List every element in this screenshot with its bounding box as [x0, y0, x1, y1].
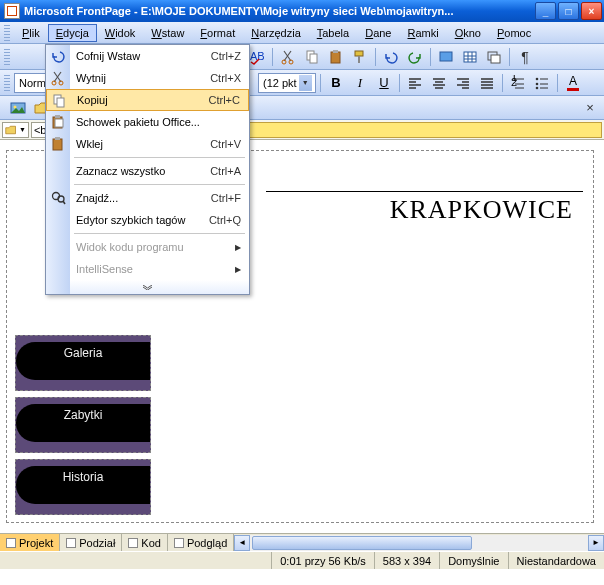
toolbar-handle[interactable] — [4, 49, 10, 65]
cut-button[interactable] — [277, 46, 299, 68]
tab-podzial[interactable]: Podział — [60, 534, 122, 551]
align-left-button[interactable] — [404, 72, 426, 94]
svg-rect-9 — [440, 52, 452, 61]
svg-rect-5 — [331, 52, 340, 63]
tab-projekt[interactable]: Projekt — [0, 534, 60, 551]
tab-podglad[interactable]: Podgląd — [168, 534, 234, 551]
code-icon — [128, 538, 138, 548]
svg-rect-4 — [310, 54, 317, 63]
toolbar-handle[interactable] — [4, 25, 10, 41]
clipboard-icon — [49, 113, 67, 131]
edit-menu-dropdown: Cofnij WstawCtrl+ZWytnijCtrl+XKopiujCtrl… — [45, 44, 250, 295]
menu-dane[interactable]: Dane — [357, 24, 399, 42]
menu-item[interactable]: Zaznacz wszystkoCtrl+A — [46, 160, 249, 182]
menu-item[interactable]: KopiujCtrl+C — [46, 89, 249, 111]
italic-button[interactable]: I — [349, 72, 371, 94]
bold-button[interactable]: B — [325, 72, 347, 94]
menu-tabela[interactable]: Tabela — [309, 24, 357, 42]
menu-item: IntelliSense▶ — [46, 258, 249, 280]
svg-rect-23 — [57, 98, 64, 107]
toolbar-handle[interactable] — [4, 75, 10, 91]
window-title: Microsoft FrontPage - E:\MOJE DOKUMENTY\… — [24, 5, 535, 17]
svg-rect-26 — [55, 119, 63, 127]
svg-rect-6 — [333, 50, 338, 53]
svg-rect-27 — [53, 139, 62, 150]
maximize-button[interactable]: □ — [558, 2, 579, 20]
svg-rect-7 — [355, 51, 363, 56]
folder-dropdown[interactable]: ▼ — [2, 122, 29, 138]
table-button[interactable] — [459, 46, 481, 68]
redo-button[interactable] — [404, 46, 426, 68]
menu-item: Widok kodu programu▶ — [46, 236, 249, 258]
status-speed: 0:01 przy 56 Kb/s — [271, 552, 374, 569]
status-bar: 0:01 przy 56 Kb/s 583 x 394 Domyślnie Ni… — [0, 551, 604, 569]
scroll-right-button[interactable]: ► — [588, 535, 604, 551]
scroll-thumb[interactable] — [252, 536, 472, 550]
pilcrow-button[interactable]: ¶ — [514, 46, 536, 68]
svg-rect-28 — [55, 137, 60, 140]
close-button[interactable]: × — [581, 2, 602, 20]
layer-button[interactable] — [483, 46, 505, 68]
format-painter-button[interactable] — [349, 46, 371, 68]
menu-item[interactable]: WklejCtrl+V — [46, 133, 249, 155]
copy-button[interactable] — [301, 46, 323, 68]
menu-item[interactable]: Schowek pakietu Office... — [46, 111, 249, 133]
status-dims: 583 x 394 — [374, 552, 439, 569]
copy-icon — [50, 92, 68, 110]
svg-rect-10 — [464, 52, 476, 62]
nav-button[interactable]: Historia — [15, 459, 151, 515]
underline-button[interactable]: U — [373, 72, 395, 94]
app-icon — [4, 3, 20, 19]
split-icon — [66, 538, 76, 548]
font-size-combo[interactable]: (12 pkt▼ — [258, 73, 316, 93]
paste-button[interactable] — [325, 46, 347, 68]
menu-narzędzia[interactable]: Narzędzia — [243, 24, 309, 42]
picture-button[interactable] — [8, 98, 28, 118]
align-right-button[interactable] — [452, 72, 474, 94]
nav-button[interactable]: Zabytki — [15, 397, 151, 453]
menu-item[interactable]: Znajdź...Ctrl+F — [46, 187, 249, 209]
svg-text:2: 2 — [511, 76, 517, 88]
font-color-button[interactable]: A — [562, 72, 584, 94]
find-icon — [49, 189, 67, 207]
menu-widok[interactable]: Widok — [97, 24, 144, 42]
undo-button[interactable] — [380, 46, 402, 68]
horizontal-scrollbar[interactable]: ◄ ► — [234, 534, 604, 551]
nav-column: Galeria Zabytki Historia — [15, 335, 155, 521]
status-encoding: Niestandardowa — [508, 552, 605, 569]
minimize-button[interactable]: _ — [535, 2, 556, 20]
undo-icon — [49, 47, 67, 65]
menu-item[interactable]: Cofnij WstawCtrl+Z — [46, 45, 249, 67]
close-pane-button[interactable]: × — [582, 100, 598, 116]
svg-rect-25 — [55, 115, 60, 118]
align-justify-button[interactable] — [476, 72, 498, 94]
horizontal-rule — [266, 191, 583, 192]
menu-format[interactable]: Format — [192, 24, 243, 42]
menu-ramki[interactable]: Ramki — [399, 24, 446, 42]
menu-okno[interactable]: Okno — [447, 24, 489, 42]
title-bar: Microsoft FrontPage - E:\MOJE DOKUMENTY\… — [0, 0, 604, 22]
menu-wstaw[interactable]: Wstaw — [143, 24, 192, 42]
menu-plik[interactable]: Plik — [14, 24, 48, 42]
page-heading[interactable]: KRAPKOWICE — [390, 195, 573, 225]
menu-bar: PlikEdycjaWidokWstawFormatNarzędziaTabel… — [0, 22, 604, 44]
preview-icon — [174, 538, 184, 548]
status-mode: Domyślnie — [439, 552, 507, 569]
svg-rect-8 — [358, 56, 360, 63]
scroll-left-button[interactable]: ◄ — [234, 535, 250, 551]
num-list-button[interactable]: 12 — [507, 72, 529, 94]
menu-pomoc[interactable]: Pomoc — [489, 24, 539, 42]
menu-item[interactable]: WytnijCtrl+X — [46, 67, 249, 89]
bullet-list-button[interactable] — [531, 72, 553, 94]
align-center-button[interactable] — [428, 72, 450, 94]
tab-kod[interactable]: Kod — [122, 534, 168, 551]
webcomponent-button[interactable] — [435, 46, 457, 68]
svg-point-15 — [536, 77, 539, 80]
menu-edycja[interactable]: Edycja — [48, 24, 97, 42]
expand-menu-button[interactable] — [46, 280, 249, 294]
paste-icon — [49, 135, 67, 153]
svg-rect-12 — [491, 55, 500, 63]
design-icon — [6, 538, 16, 548]
nav-button[interactable]: Galeria — [15, 335, 151, 391]
menu-item[interactable]: Edytor szybkich tagówCtrl+Q — [46, 209, 249, 231]
